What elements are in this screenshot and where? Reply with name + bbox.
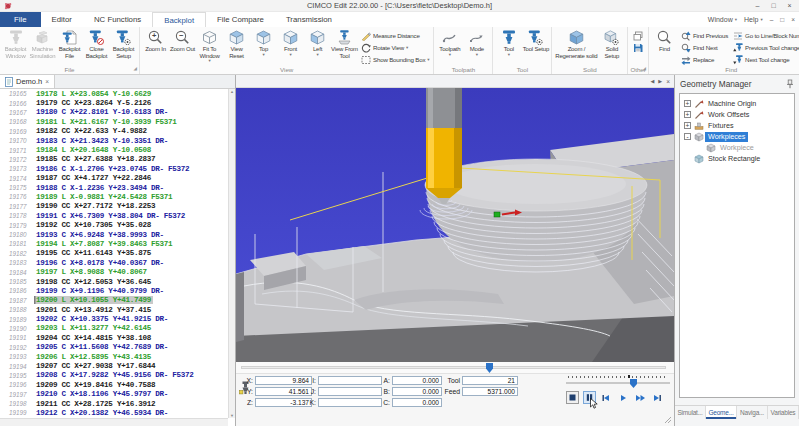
fit-to-window-button[interactable]: Fit To Window▾ bbox=[196, 28, 223, 63]
code-line[interactable]: 1918619199 C X+9.1196 Y+40.9799 DR- bbox=[0, 286, 228, 295]
code-line[interactable]: 1917519188 C X-1.2236 Y+23.3494 DR- bbox=[0, 183, 228, 192]
code-line[interactable]: 1919519208 C X+17.9282 Y+45.9156 DR- F53… bbox=[0, 371, 228, 380]
previous-tool-change-button[interactable]: Previous Tool change bbox=[733, 42, 799, 53]
scroll-up-icon[interactable]: ▲ bbox=[230, 89, 234, 94]
j-value-field[interactable] bbox=[318, 387, 382, 396]
pane-next-icon[interactable]: ▶ bbox=[658, 78, 662, 84]
solid-setup-button[interactable]: Solid Setup bbox=[598, 28, 625, 59]
c-value-field[interactable]: 0.000 bbox=[392, 398, 442, 407]
code-line[interactable]: 1919619209 CC X+19.8416 Y+40.7588 bbox=[0, 380, 228, 389]
tool-setup-button[interactable]: Tool Setup bbox=[522, 28, 549, 53]
tree-item-machine-origin[interactable]: +Machine Origin bbox=[680, 98, 794, 109]
backplot-3d-view[interactable] bbox=[236, 88, 674, 362]
code-line[interactable]: 1916519178 L X+23.0854 Y-10.6629 bbox=[0, 89, 228, 98]
a-value-field[interactable]: 0.000 bbox=[392, 376, 442, 385]
find-button[interactable]: Find bbox=[651, 28, 678, 53]
tab-transmission[interactable]: Transmission bbox=[275, 12, 343, 27]
menu-help[interactable]: Help▾ bbox=[744, 16, 763, 23]
code-line[interactable]: 1917919192 CC X+10.7305 Y+35.028 bbox=[0, 220, 228, 229]
top-button[interactable]: Top▾ bbox=[250, 28, 277, 57]
expander-plus-icon[interactable]: + bbox=[684, 111, 691, 118]
rotate-view-button[interactable]: Rotate View▾ bbox=[361, 42, 429, 53]
code-line[interactable]: 1919119204 CC X+14.4815 Y+38.108 bbox=[0, 333, 228, 342]
view-from-tool-button[interactable]: View From Tool bbox=[331, 28, 358, 59]
tree-item-fixtures[interactable]: +Fixtures bbox=[680, 120, 794, 131]
editor-vertical-scrollbar[interactable]: ▲ ▼ bbox=[228, 89, 235, 418]
code-line[interactable]: 1918819201 CC X+13.4912 Y+37.415 bbox=[0, 305, 228, 314]
close-backplot-button[interactable]: Close Backplot bbox=[83, 28, 110, 59]
code-line[interactable]: 1918419197 L X+8.9088 Y+40.8067 bbox=[0, 267, 228, 276]
tree-item-workpieces[interactable]: -Workpieces bbox=[680, 131, 794, 142]
mini-minimize-button[interactable]: – bbox=[770, 16, 774, 23]
zoom-in-button[interactable]: +Zoom In bbox=[142, 28, 169, 53]
tree-item-workpiece[interactable]: Workpiece bbox=[680, 142, 794, 153]
single-step-button[interactable] bbox=[583, 391, 596, 404]
tab-file-compare[interactable]: File Compare bbox=[206, 12, 275, 27]
pin-icon[interactable] bbox=[786, 79, 794, 89]
replace-button[interactable]: Replace bbox=[681, 54, 728, 65]
play-button[interactable] bbox=[617, 391, 630, 404]
find-previous-button[interactable]: Find Previous bbox=[681, 30, 728, 41]
save-button[interactable] bbox=[633, 42, 643, 53]
play-to-end-button[interactable] bbox=[651, 391, 664, 404]
tab-close-icon[interactable]: × bbox=[45, 78, 49, 85]
view-reset-button[interactable]: View Reset bbox=[223, 28, 250, 59]
restore-button[interactable]: □ bbox=[766, 0, 781, 11]
code-line[interactable]: 1916919182 CC X+22.633 Y-4.9882 bbox=[0, 127, 228, 136]
current-code-line[interactable]: 1918719200 L X+10.1055 Y+41.7499 bbox=[0, 296, 228, 305]
code-line[interactable]: 1918919202 C X+10.3375 Y+41.9215 DR- bbox=[0, 314, 228, 323]
code-line[interactable]: 1917619189 L X-0.9881 Y+24.5428 F5371 bbox=[0, 192, 228, 201]
code-line[interactable]: 1916819181 L X+21.6167 Y-10.3939 F5371 bbox=[0, 117, 228, 126]
code-line[interactable]: 1917819191 C X+6.7309 Y+38.804 DR- F5372 bbox=[0, 211, 228, 220]
dialog-launcher-icon[interactable]: ◢ bbox=[642, 64, 645, 73]
measure-distance-button[interactable]: Measure Distance bbox=[361, 30, 429, 41]
next-tool-change-button[interactable]: Next Tool change bbox=[733, 54, 799, 65]
mini-close-button[interactable]: × bbox=[791, 16, 795, 23]
code-line[interactable]: 1917019183 C X+21.3423 Y-10.3351 DR- bbox=[0, 136, 228, 145]
mode-button[interactable]: Mode▾ bbox=[463, 28, 490, 57]
code-line[interactable]: 1918119194 L X+7.8087 Y+39.8463 F5371 bbox=[0, 239, 228, 248]
code-line[interactable]: 1919219205 C X+11.5608 Y+42.7689 DR- bbox=[0, 343, 228, 352]
mini-restore-button[interactable]: □ bbox=[780, 16, 784, 23]
tree-item-work-offsets[interactable]: +Work Offsets bbox=[680, 109, 794, 120]
expander-plus-icon[interactable]: + bbox=[684, 100, 691, 107]
document-tab-demo[interactable]: Demo.h × bbox=[0, 75, 55, 88]
panel-tab-variables[interactable]: Variables bbox=[768, 406, 799, 419]
tool-button[interactable]: Tool▾ bbox=[495, 28, 522, 57]
editor-horizontal-scrollbar[interactable] bbox=[0, 418, 228, 426]
code-line[interactable]: 1917119184 L X+20.1648 Y-10.0508 bbox=[0, 145, 228, 154]
code-line[interactable]: 1919319206 L X+12.5895 Y+43.4135 bbox=[0, 352, 228, 361]
scroll-down-icon[interactable]: ▼ bbox=[230, 413, 234, 418]
code-line[interactable]: 1917719190 CC X+27.7172 Y+18.2253 bbox=[0, 202, 228, 211]
restore-window-button[interactable] bbox=[633, 30, 643, 41]
front-button[interactable]: Front▾ bbox=[277, 28, 304, 57]
gcode-listing[interactable]: 1916519178 L X+23.0854 Y-10.662919166191… bbox=[0, 89, 228, 418]
expander-minus-icon[interactable]: - bbox=[684, 133, 691, 140]
panel-tab-naviga[interactable]: Naviga... bbox=[737, 406, 768, 419]
feed-value-field[interactable]: 5371.000 bbox=[462, 387, 518, 396]
tree-item-stock-rectangle[interactable]: Stock Rectangle bbox=[680, 153, 794, 164]
b-value-field[interactable]: 0.000 bbox=[392, 387, 442, 396]
expander-plus-icon[interactable]: + bbox=[684, 122, 691, 129]
code-line[interactable]: 1919819211 CC X+28.1725 Y+16.3912 bbox=[0, 399, 228, 408]
find-next-button[interactable]: Find Next bbox=[681, 42, 728, 53]
dialog-launcher-icon[interactable]: ◢ bbox=[134, 64, 137, 73]
pane-prev-icon[interactable]: ◀ bbox=[650, 78, 654, 84]
code-line[interactable]: 1919419207 CC X+27.9038 Y+17.6844 bbox=[0, 361, 228, 370]
code-line[interactable]: 1918019193 C X+6.9248 Y+38.9993 DR- bbox=[0, 230, 228, 239]
zoom-out-button[interactable]: −Zoom Out bbox=[169, 28, 196, 53]
pane-close-icon[interactable]: × bbox=[666, 78, 670, 85]
backplot-file-button[interactable]: Backplot File bbox=[56, 28, 83, 59]
code-line[interactable]: 1919019203 L X+11.3277 Y+42.6145 bbox=[0, 324, 228, 333]
tab-editor[interactable]: Editor bbox=[41, 12, 83, 27]
backplot-setup-button[interactable]: Backplot Setup bbox=[110, 28, 137, 59]
resize-grip[interactable] bbox=[664, 416, 671, 423]
code-line[interactable]: 1917219185 CC X+27.6388 Y+18.2837 bbox=[0, 155, 228, 164]
left-button[interactable]: Left▾ bbox=[304, 28, 331, 57]
menu-window[interactable]: Window▾ bbox=[708, 16, 737, 23]
panel-tab-geome[interactable]: Geome... bbox=[706, 406, 737, 419]
tab-file[interactable]: File bbox=[0, 12, 41, 27]
minimize-button[interactable]: – bbox=[750, 0, 765, 11]
tab-backplot[interactable]: Backplot bbox=[152, 12, 206, 27]
progress-track[interactable] bbox=[241, 366, 666, 369]
